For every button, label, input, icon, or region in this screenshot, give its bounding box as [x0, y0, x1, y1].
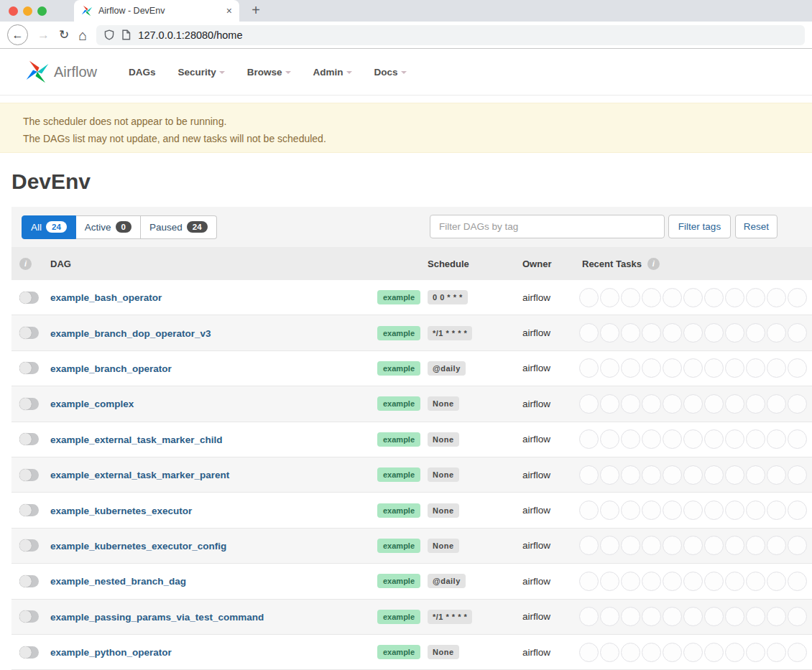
task-status-circle[interactable]	[600, 572, 619, 591]
task-status-circle[interactable]	[621, 465, 640, 485]
dag-pause-toggle[interactable]	[19, 292, 39, 304]
task-status-circle[interactable]	[725, 288, 744, 307]
task-status-circle[interactable]	[579, 323, 599, 343]
task-status-circle[interactable]	[600, 429, 619, 449]
dag-link[interactable]: example_external_task_marker_child	[50, 434, 222, 445]
task-status-circle[interactable]	[704, 394, 724, 414]
task-status-circle[interactable]	[579, 501, 599, 520]
task-status-circle[interactable]	[767, 358, 786, 378]
reload-button[interactable]: ↻	[59, 29, 69, 41]
menu-item-security[interactable]: Security	[178, 67, 225, 78]
task-status-circle[interactable]	[704, 288, 724, 307]
page-info-icon[interactable]	[121, 29, 131, 40]
task-status-circle[interactable]	[621, 288, 640, 307]
dag-pause-toggle[interactable]	[19, 362, 39, 374]
filter-dags-by-tag-input[interactable]	[430, 215, 665, 238]
task-status-circle[interactable]	[725, 323, 744, 343]
shield-icon[interactable]	[104, 29, 114, 40]
info-icon[interactable]: i	[647, 258, 660, 270]
task-status-circle[interactable]	[683, 501, 703, 520]
task-status-circle[interactable]	[725, 394, 744, 414]
dag-pause-toggle[interactable]	[19, 646, 39, 659]
close-tab-icon[interactable]: ×	[226, 6, 232, 16]
task-status-circle[interactable]	[621, 607, 640, 626]
maximize-window-button[interactable]	[37, 6, 47, 16]
task-status-circle[interactable]	[746, 536, 765, 555]
task-status-circle[interactable]	[788, 394, 807, 414]
task-status-circle[interactable]	[704, 465, 724, 485]
menu-item-docs[interactable]: Docs	[374, 67, 407, 78]
task-status-circle[interactable]	[767, 429, 786, 449]
dag-tag[interactable]: example	[377, 361, 420, 376]
task-status-circle[interactable]	[767, 643, 786, 662]
task-status-circle[interactable]	[683, 429, 703, 449]
tab-paused-dags[interactable]: Paused 24	[141, 215, 217, 239]
task-status-circle[interactable]	[663, 643, 682, 662]
task-status-circle[interactable]	[725, 358, 744, 378]
task-status-circle[interactable]	[767, 536, 786, 555]
task-status-circle[interactable]	[579, 536, 599, 555]
task-status-circle[interactable]	[725, 501, 744, 520]
task-status-circle[interactable]	[746, 465, 765, 485]
task-status-circle[interactable]	[683, 358, 703, 378]
dag-pause-toggle[interactable]	[19, 575, 39, 587]
dag-link[interactable]: example_branch_dop_operator_v3	[50, 328, 211, 339]
task-status-circle[interactable]	[579, 572, 599, 591]
url-bar[interactable]: 127.0.0.1:28080/home	[96, 25, 805, 45]
task-status-circle[interactable]	[767, 501, 786, 520]
task-status-circle[interactable]	[788, 643, 807, 662]
task-status-circle[interactable]	[767, 465, 786, 485]
task-status-circle[interactable]	[746, 572, 765, 591]
dag-pause-toggle[interactable]	[19, 398, 39, 410]
back-button[interactable]: ←	[7, 24, 28, 45]
task-status-circle[interactable]	[663, 288, 682, 307]
task-status-circle[interactable]	[663, 323, 682, 343]
task-status-circle[interactable]	[683, 536, 703, 555]
task-status-circle[interactable]	[746, 394, 765, 414]
dag-link[interactable]: example_complex	[50, 399, 134, 409]
task-status-circle[interactable]	[704, 572, 724, 591]
task-status-circle[interactable]	[746, 643, 765, 662]
task-status-circle[interactable]	[642, 429, 661, 449]
task-status-circle[interactable]	[600, 607, 619, 626]
task-status-circle[interactable]	[621, 429, 640, 449]
task-status-circle[interactable]	[600, 465, 619, 485]
airflow-brand[interactable]: Airflow	[25, 60, 97, 84]
task-status-circle[interactable]	[579, 394, 599, 414]
task-status-circle[interactable]	[704, 643, 724, 662]
task-status-circle[interactable]	[642, 288, 661, 307]
task-status-circle[interactable]	[683, 607, 703, 626]
task-status-circle[interactable]	[663, 358, 682, 378]
task-status-circle[interactable]	[621, 501, 640, 520]
dag-link[interactable]: example_branch_operator	[50, 363, 172, 374]
dag-tag[interactable]: example	[377, 326, 420, 340]
task-status-circle[interactable]	[579, 358, 599, 378]
dag-link[interactable]: example_kubernetes_executor	[50, 506, 192, 516]
dag-link[interactable]: example_external_task_marker_parent	[50, 470, 229, 480]
task-status-circle[interactable]	[663, 572, 682, 591]
task-status-circle[interactable]	[767, 572, 786, 591]
task-status-circle[interactable]	[767, 607, 786, 626]
dag-pause-toggle[interactable]	[19, 504, 39, 516]
menu-item-admin[interactable]: Admin	[313, 67, 352, 78]
dag-tag[interactable]: example	[377, 432, 420, 447]
task-status-circle[interactable]	[642, 643, 661, 662]
task-status-circle[interactable]	[725, 429, 744, 449]
dag-tag[interactable]: example	[377, 467, 420, 482]
task-status-circle[interactable]	[600, 536, 619, 555]
tab-active-dags[interactable]: Active 0	[76, 215, 141, 239]
dag-pause-toggle[interactable]	[19, 469, 39, 481]
task-status-circle[interactable]	[642, 465, 661, 485]
tab-all-dags[interactable]: All 24	[22, 215, 76, 239]
task-status-circle[interactable]	[579, 465, 599, 485]
task-status-circle[interactable]	[642, 501, 661, 520]
task-status-circle[interactable]	[579, 607, 599, 626]
task-status-circle[interactable]	[663, 394, 682, 414]
task-status-circle[interactable]	[767, 394, 786, 414]
dag-link[interactable]: example_kubernetes_executor_config	[50, 541, 226, 552]
dag-tag[interactable]: example	[377, 503, 420, 518]
dag-link[interactable]: example_python_operator	[50, 647, 172, 658]
browser-tab[interactable]: Airflow - DevEnv ×	[74, 0, 239, 22]
task-status-circle[interactable]	[788, 288, 807, 307]
task-status-circle[interactable]	[663, 429, 682, 449]
